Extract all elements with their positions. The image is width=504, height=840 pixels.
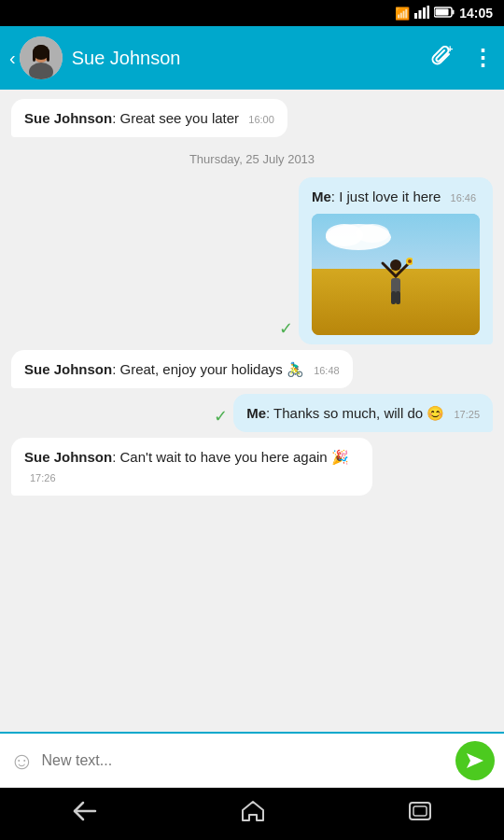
emoji-button[interactable]: ☺ — [9, 747, 35, 776]
svg-rect-23 — [391, 278, 400, 293]
svg-marker-28 — [243, 802, 263, 820]
svg-rect-13 — [47, 52, 49, 62]
svg-rect-3 — [427, 6, 430, 19]
more-icon[interactable]: ⋮ — [471, 45, 495, 71]
input-area: ☺ — [0, 732, 504, 788]
bubble-incoming: Sue Johnson: Can't wait to have you here… — [11, 438, 372, 496]
svg-point-17 — [356, 224, 389, 243]
message-text: : Great see you later — [112, 110, 239, 126]
attach-icon[interactable]: + — [430, 43, 455, 73]
status-bar: 📶 14:05 — [0, 0, 504, 26]
sender-name: Sue Johnson — [24, 110, 112, 126]
nav-bar — [0, 788, 504, 840]
bubble-incoming: Sue Johnson: Great, enjoy your holidays … — [11, 350, 353, 388]
chat-image — [312, 214, 480, 335]
wifi-icon: 📶 — [395, 7, 410, 21]
sender-name: Sue Johnson — [24, 449, 112, 465]
sender-name: Sue Johnson — [24, 361, 112, 377]
sender-name: Me — [312, 189, 331, 204]
status-time: 14:05 — [459, 6, 493, 21]
svg-rect-5 — [453, 9, 455, 14]
sender-name: Me — [246, 405, 266, 421]
signal-icon — [414, 6, 429, 21]
message-row: Sue Johnson: Great, enjoy your holidays … — [11, 350, 493, 388]
bubble-outgoing: Me: Thanks so much, will do 😊 17:25 — [233, 394, 493, 432]
svg-rect-24 — [391, 291, 396, 304]
battery-icon — [434, 7, 455, 21]
status-icons: 📶 14:05 — [395, 6, 493, 21]
bubble-outgoing: Me: I just love it here 16:46 — [299, 177, 493, 344]
bubble-incoming: Sue Johnson: Great see you later 16:00 — [11, 99, 287, 137]
svg-point-22 — [408, 259, 412, 263]
message-time: 16:46 — [451, 192, 477, 203]
read-checkmark: ✓ — [279, 318, 293, 339]
svg-rect-0 — [414, 13, 417, 19]
svg-point-20 — [390, 259, 401, 271]
back-button[interactable]: ‹ — [9, 48, 16, 69]
svg-marker-26 — [467, 753, 483, 768]
message-time: 16:00 — [248, 114, 274, 125]
contact-name: Sue Johnson — [72, 48, 430, 69]
recent-nav-button[interactable] — [408, 801, 432, 827]
back-nav-button[interactable] — [72, 801, 98, 827]
read-checkmark: ✓ — [214, 406, 228, 427]
message-text: : I just love it here — [331, 189, 441, 204]
svg-text:+: + — [447, 43, 453, 54]
home-nav-button[interactable] — [241, 799, 265, 829]
text-input[interactable] — [42, 752, 448, 769]
date-separator: Thursday, 25 July 2013 — [11, 152, 493, 166]
message-time: 16:48 — [314, 365, 340, 376]
svg-rect-2 — [423, 7, 426, 19]
app-bar: ‹ Sue Johnson + ⋮ — [0, 26, 504, 90]
message-time: 17:26 — [30, 472, 56, 483]
message-text: : Thanks so much, will do 😊 — [266, 405, 444, 421]
message-text: : Great, enjoy your holidays 🚴‍♂️ — [112, 361, 308, 377]
svg-rect-25 — [396, 291, 400, 304]
avatar — [20, 36, 63, 79]
svg-rect-1 — [419, 10, 422, 19]
send-button[interactable] — [455, 741, 495, 780]
message-row: Sue Johnson: Great see you later 16:00 — [11, 99, 493, 137]
message-row: ✓ Me: Thanks so much, will do 😊 17:25 — [11, 394, 493, 432]
svg-rect-6 — [436, 8, 449, 15]
message-time: 17:25 — [454, 409, 480, 420]
message-row: ✓ Me: I just love it here 16:46 — [11, 177, 493, 344]
message-row: Sue Johnson: Can't wait to have you here… — [11, 438, 493, 496]
svg-rect-30 — [413, 806, 427, 816]
svg-rect-12 — [33, 52, 35, 62]
message-text: : Can't wait to have you here again 🎉 — [112, 449, 349, 465]
header-actions: + ⋮ — [430, 43, 495, 73]
chat-area: Sue Johnson: Great see you later 16:00 T… — [0, 90, 504, 732]
